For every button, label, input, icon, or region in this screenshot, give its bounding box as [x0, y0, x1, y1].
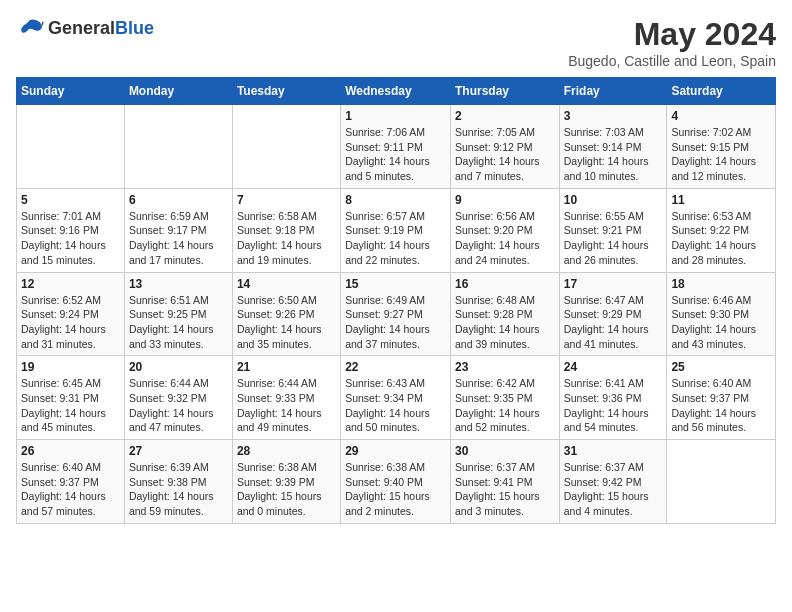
day-number: 20 — [129, 360, 228, 374]
day-info: Sunrise: 6:44 AM Sunset: 9:33 PM Dayligh… — [237, 376, 336, 435]
day-info: Sunrise: 6:42 AM Sunset: 9:35 PM Dayligh… — [455, 376, 555, 435]
month-year-title: May 2024 — [568, 16, 776, 53]
day-number: 16 — [455, 277, 555, 291]
calendar-cell — [667, 440, 776, 524]
day-info: Sunrise: 6:40 AM Sunset: 9:37 PM Dayligh… — [671, 376, 771, 435]
calendar-week-3: 12Sunrise: 6:52 AM Sunset: 9:24 PM Dayli… — [17, 272, 776, 356]
day-number: 5 — [21, 193, 120, 207]
calendar-header-friday: Friday — [559, 78, 667, 105]
calendar-cell: 13Sunrise: 6:51 AM Sunset: 9:25 PM Dayli… — [124, 272, 232, 356]
day-number: 12 — [21, 277, 120, 291]
day-info: Sunrise: 7:01 AM Sunset: 9:16 PM Dayligh… — [21, 209, 120, 268]
calendar-cell: 2Sunrise: 7:05 AM Sunset: 9:12 PM Daylig… — [450, 105, 559, 189]
title-area: May 2024 Bugedo, Castille and Leon, Spai… — [568, 16, 776, 69]
day-info: Sunrise: 6:53 AM Sunset: 9:22 PM Dayligh… — [671, 209, 771, 268]
day-info: Sunrise: 6:37 AM Sunset: 9:41 PM Dayligh… — [455, 460, 555, 519]
day-info: Sunrise: 6:50 AM Sunset: 9:26 PM Dayligh… — [237, 293, 336, 352]
day-number: 1 — [345, 109, 446, 123]
day-info: Sunrise: 6:44 AM Sunset: 9:32 PM Dayligh… — [129, 376, 228, 435]
page-header: GeneralBlue May 2024 Bugedo, Castille an… — [16, 16, 776, 69]
calendar-cell: 7Sunrise: 6:58 AM Sunset: 9:18 PM Daylig… — [232, 188, 340, 272]
day-info: Sunrise: 6:56 AM Sunset: 9:20 PM Dayligh… — [455, 209, 555, 268]
calendar-cell: 14Sunrise: 6:50 AM Sunset: 9:26 PM Dayli… — [232, 272, 340, 356]
day-info: Sunrise: 6:58 AM Sunset: 9:18 PM Dayligh… — [237, 209, 336, 268]
calendar-header-thursday: Thursday — [450, 78, 559, 105]
calendar-header-saturday: Saturday — [667, 78, 776, 105]
calendar-cell — [124, 105, 232, 189]
calendar-body: 1Sunrise: 7:06 AM Sunset: 9:11 PM Daylig… — [17, 105, 776, 524]
day-number: 4 — [671, 109, 771, 123]
day-number: 11 — [671, 193, 771, 207]
day-info: Sunrise: 6:40 AM Sunset: 9:37 PM Dayligh… — [21, 460, 120, 519]
calendar-header-sunday: Sunday — [17, 78, 125, 105]
calendar-cell: 4Sunrise: 7:02 AM Sunset: 9:15 PM Daylig… — [667, 105, 776, 189]
calendar-week-1: 1Sunrise: 7:06 AM Sunset: 9:11 PM Daylig… — [17, 105, 776, 189]
day-number: 6 — [129, 193, 228, 207]
calendar-cell: 12Sunrise: 6:52 AM Sunset: 9:24 PM Dayli… — [17, 272, 125, 356]
calendar-week-4: 19Sunrise: 6:45 AM Sunset: 9:31 PM Dayli… — [17, 356, 776, 440]
day-number: 7 — [237, 193, 336, 207]
calendar-cell: 3Sunrise: 7:03 AM Sunset: 9:14 PM Daylig… — [559, 105, 667, 189]
day-info: Sunrise: 6:59 AM Sunset: 9:17 PM Dayligh… — [129, 209, 228, 268]
calendar-cell: 25Sunrise: 6:40 AM Sunset: 9:37 PM Dayli… — [667, 356, 776, 440]
calendar-cell: 9Sunrise: 6:56 AM Sunset: 9:20 PM Daylig… — [450, 188, 559, 272]
calendar-cell: 6Sunrise: 6:59 AM Sunset: 9:17 PM Daylig… — [124, 188, 232, 272]
day-info: Sunrise: 6:47 AM Sunset: 9:29 PM Dayligh… — [564, 293, 663, 352]
day-info: Sunrise: 6:57 AM Sunset: 9:19 PM Dayligh… — [345, 209, 446, 268]
day-number: 31 — [564, 444, 663, 458]
calendar-cell: 22Sunrise: 6:43 AM Sunset: 9:34 PM Dayli… — [341, 356, 451, 440]
day-info: Sunrise: 6:51 AM Sunset: 9:25 PM Dayligh… — [129, 293, 228, 352]
calendar-cell: 17Sunrise: 6:47 AM Sunset: 9:29 PM Dayli… — [559, 272, 667, 356]
day-info: Sunrise: 7:02 AM Sunset: 9:15 PM Dayligh… — [671, 125, 771, 184]
calendar-cell: 1Sunrise: 7:06 AM Sunset: 9:11 PM Daylig… — [341, 105, 451, 189]
calendar-cell — [232, 105, 340, 189]
calendar-table: SundayMondayTuesdayWednesdayThursdayFrid… — [16, 77, 776, 524]
logo-bird-icon — [16, 16, 44, 40]
calendar-header-monday: Monday — [124, 78, 232, 105]
calendar-cell: 29Sunrise: 6:38 AM Sunset: 9:40 PM Dayli… — [341, 440, 451, 524]
day-number: 3 — [564, 109, 663, 123]
day-info: Sunrise: 6:45 AM Sunset: 9:31 PM Dayligh… — [21, 376, 120, 435]
day-number: 15 — [345, 277, 446, 291]
day-number: 22 — [345, 360, 446, 374]
calendar-week-2: 5Sunrise: 7:01 AM Sunset: 9:16 PM Daylig… — [17, 188, 776, 272]
day-number: 10 — [564, 193, 663, 207]
day-info: Sunrise: 6:38 AM Sunset: 9:40 PM Dayligh… — [345, 460, 446, 519]
calendar-cell: 30Sunrise: 6:37 AM Sunset: 9:41 PM Dayli… — [450, 440, 559, 524]
day-number: 14 — [237, 277, 336, 291]
calendar-header-wednesday: Wednesday — [341, 78, 451, 105]
location-subtitle: Bugedo, Castille and Leon, Spain — [568, 53, 776, 69]
day-number: 27 — [129, 444, 228, 458]
day-number: 18 — [671, 277, 771, 291]
day-info: Sunrise: 6:39 AM Sunset: 9:38 PM Dayligh… — [129, 460, 228, 519]
day-number: 13 — [129, 277, 228, 291]
calendar-cell: 16Sunrise: 6:48 AM Sunset: 9:28 PM Dayli… — [450, 272, 559, 356]
calendar-cell: 5Sunrise: 7:01 AM Sunset: 9:16 PM Daylig… — [17, 188, 125, 272]
day-info: Sunrise: 6:37 AM Sunset: 9:42 PM Dayligh… — [564, 460, 663, 519]
calendar-cell: 21Sunrise: 6:44 AM Sunset: 9:33 PM Dayli… — [232, 356, 340, 440]
calendar-cell: 24Sunrise: 6:41 AM Sunset: 9:36 PM Dayli… — [559, 356, 667, 440]
calendar-cell: 20Sunrise: 6:44 AM Sunset: 9:32 PM Dayli… — [124, 356, 232, 440]
calendar-cell: 26Sunrise: 6:40 AM Sunset: 9:37 PM Dayli… — [17, 440, 125, 524]
calendar-cell: 10Sunrise: 6:55 AM Sunset: 9:21 PM Dayli… — [559, 188, 667, 272]
day-number: 26 — [21, 444, 120, 458]
calendar-cell: 27Sunrise: 6:39 AM Sunset: 9:38 PM Dayli… — [124, 440, 232, 524]
day-info: Sunrise: 6:41 AM Sunset: 9:36 PM Dayligh… — [564, 376, 663, 435]
day-info: Sunrise: 7:05 AM Sunset: 9:12 PM Dayligh… — [455, 125, 555, 184]
logo-general-text: General — [48, 18, 115, 38]
day-number: 9 — [455, 193, 555, 207]
day-info: Sunrise: 6:49 AM Sunset: 9:27 PM Dayligh… — [345, 293, 446, 352]
day-number: 28 — [237, 444, 336, 458]
logo: GeneralBlue — [16, 16, 154, 40]
day-number: 2 — [455, 109, 555, 123]
day-number: 8 — [345, 193, 446, 207]
day-info: Sunrise: 7:06 AM Sunset: 9:11 PM Dayligh… — [345, 125, 446, 184]
calendar-cell: 23Sunrise: 6:42 AM Sunset: 9:35 PM Dayli… — [450, 356, 559, 440]
day-info: Sunrise: 6:48 AM Sunset: 9:28 PM Dayligh… — [455, 293, 555, 352]
day-number: 25 — [671, 360, 771, 374]
calendar-cell: 15Sunrise: 6:49 AM Sunset: 9:27 PM Dayli… — [341, 272, 451, 356]
day-info: Sunrise: 6:46 AM Sunset: 9:30 PM Dayligh… — [671, 293, 771, 352]
calendar-cell: 28Sunrise: 6:38 AM Sunset: 9:39 PM Dayli… — [232, 440, 340, 524]
day-info: Sunrise: 7:03 AM Sunset: 9:14 PM Dayligh… — [564, 125, 663, 184]
logo-blue-text: Blue — [115, 18, 154, 38]
